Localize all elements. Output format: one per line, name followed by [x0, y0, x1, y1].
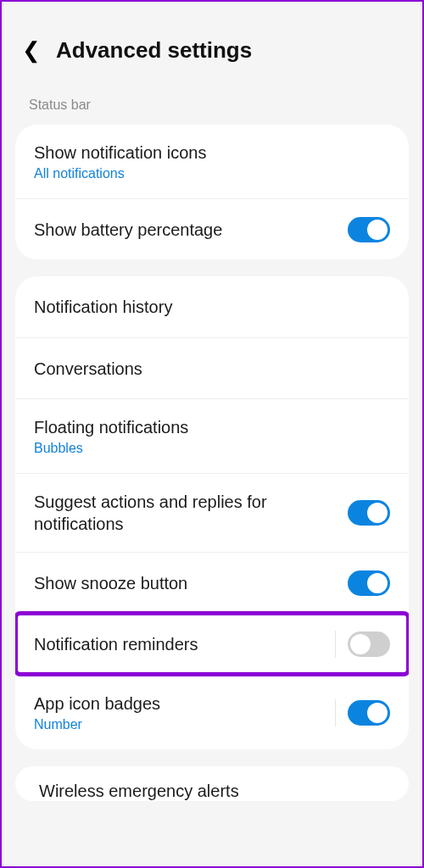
- row-wireless-emergency[interactable]: Wireless emergency alerts: [15, 766, 409, 801]
- row-text: Conversations: [34, 358, 390, 380]
- row-text: Suggest actions and replies for notifica…: [34, 491, 348, 535]
- page-title: Advanced settings: [56, 37, 252, 64]
- row-show-notification-icons[interactable]: Show notification icons All notification…: [15, 125, 409, 198]
- row-title: Notification history: [34, 296, 380, 318]
- toggle-app-icon-badges[interactable]: [348, 700, 390, 726]
- card-status-bar: Show notification icons All notification…: [15, 125, 409, 259]
- row-floating-notifications[interactable]: Floating notifications Bubbles: [15, 398, 409, 473]
- row-text: Notification history: [34, 296, 390, 318]
- toggle-notification-reminders[interactable]: [348, 632, 390, 657]
- settings-screen: ❮ Advanced settings Status bar Show noti…: [2, 2, 422, 866]
- header: ❮ Advanced settings: [10, 12, 414, 94]
- card-main: Notification history Conversations Float…: [15, 276, 409, 749]
- row-title: Notification reminders: [34, 633, 325, 655]
- back-icon[interactable]: ❮: [22, 37, 41, 64]
- toggle-show-snooze-button[interactable]: [348, 570, 390, 596]
- row-title: Conversations: [34, 358, 380, 380]
- row-subtitle: Bubbles: [34, 441, 380, 456]
- toggle-show-battery-percentage[interactable]: [348, 217, 390, 242]
- divider: [335, 699, 336, 726]
- row-subtitle: All notifications: [34, 166, 380, 181]
- row-show-snooze-button[interactable]: Show snooze button: [15, 552, 409, 613]
- row-show-battery-percentage[interactable]: Show battery percentage: [15, 198, 409, 259]
- row-title: Floating notifications: [34, 416, 380, 438]
- row-text: Floating notifications Bubbles: [34, 416, 390, 456]
- row-notification-history[interactable]: Notification history: [15, 276, 409, 337]
- row-title: Show battery percentage: [34, 219, 338, 241]
- row-text: Notification reminders: [34, 633, 335, 655]
- divider: [335, 631, 336, 658]
- row-suggest-actions[interactable]: Suggest actions and replies for notifica…: [15, 473, 409, 552]
- row-text: Show notification icons All notification…: [34, 142, 390, 181]
- row-notification-reminders[interactable]: Notification reminders: [15, 613, 409, 675]
- section-label-status-bar: Status bar: [10, 94, 414, 125]
- toggle-suggest-actions[interactable]: [348, 500, 390, 526]
- row-text: Show snooze button: [34, 572, 348, 594]
- row-text: Show battery percentage: [34, 219, 348, 241]
- row-subtitle: Number: [34, 717, 325, 732]
- card-truncated: Wireless emergency alerts: [15, 766, 409, 801]
- row-title: Show notification icons: [34, 142, 380, 164]
- row-conversations[interactable]: Conversations: [15, 337, 409, 398]
- row-text: App icon badges Number: [34, 693, 335, 732]
- row-title: App icon badges: [34, 693, 325, 715]
- row-app-icon-badges[interactable]: App icon badges Number: [15, 675, 409, 749]
- row-title: Suggest actions and replies for notifica…: [34, 491, 338, 535]
- row-title: Show snooze button: [34, 572, 338, 594]
